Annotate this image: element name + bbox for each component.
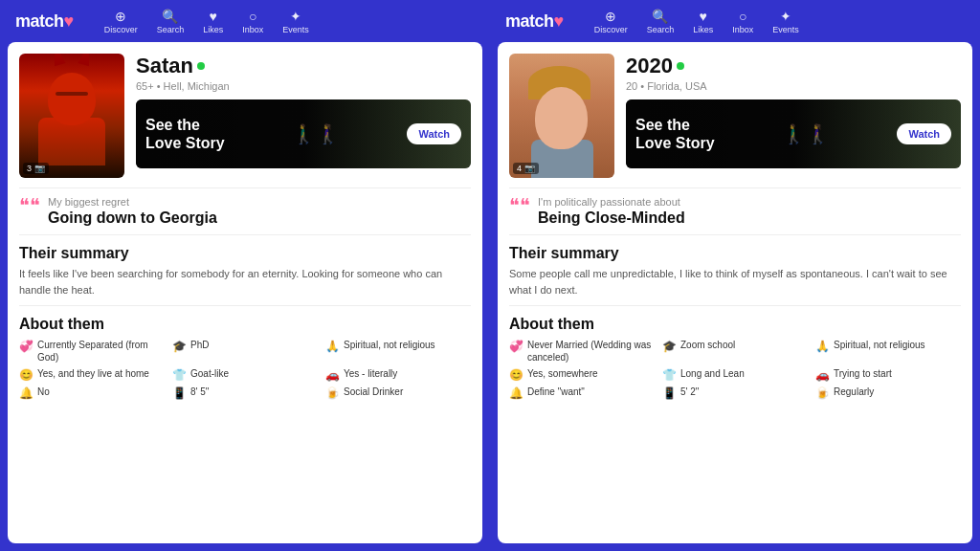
about-item-text: Yes, somewhere xyxy=(527,367,598,380)
logo-heart-icon: ♥ xyxy=(554,11,564,31)
about-item-text: Long and Lean xyxy=(680,367,745,380)
nav-bar: match♥⊕Discover🔍Search♥Likes○Inbox✦Event… xyxy=(490,0,980,42)
about-item-icon: 🍺 xyxy=(325,386,340,400)
prompt-label: My biggest regret xyxy=(48,196,217,208)
about-item-icon: 🙏 xyxy=(815,340,830,353)
profile-header: 3 📷 Satan65+ • Hell, MichiganSee theLove… xyxy=(19,54,471,178)
about-item: 👕Long and Lean xyxy=(662,367,808,382)
online-indicator xyxy=(197,62,205,70)
events-icon: ✦ xyxy=(290,9,301,24)
nav-item-search[interactable]: 🔍Search xyxy=(157,9,185,34)
profile-card: 4 📷 202020 • Florida, USASee theLove Sto… xyxy=(498,42,972,543)
nav-item-likes[interactable]: ♥Likes xyxy=(203,9,223,34)
love-story-banner[interactable]: See theLove Story🚶‍♂️🚶‍♀️Watch xyxy=(626,99,961,168)
prompt-answer: Going down to Georgia xyxy=(48,209,217,227)
quote-icon: ❝❝ xyxy=(509,196,530,215)
summary-title: Their summary xyxy=(509,245,961,262)
about-item-text: Goat-like xyxy=(190,367,229,380)
about-item-text: Define "want" xyxy=(527,386,585,398)
about-item: 📱5' 2" xyxy=(662,386,808,400)
discover-icon: ⊕ xyxy=(115,9,126,24)
love-story-text: See theLove Story xyxy=(145,116,225,152)
satan-horn-right xyxy=(78,54,94,66)
about-item-icon: 🎓 xyxy=(662,340,677,353)
about-item-text: Zoom school xyxy=(680,339,735,351)
nav-item-events[interactable]: ✦Events xyxy=(772,9,799,34)
about-item-icon: 🚗 xyxy=(815,368,830,382)
satan-photo-art xyxy=(19,54,124,178)
satan-horn-left xyxy=(49,54,65,66)
about-item-text: Yes, and they live at home xyxy=(37,367,149,380)
prompt-section: ❝❝I'm politically passionate aboutBeing … xyxy=(509,196,961,227)
about-item-icon: 💞 xyxy=(19,340,33,353)
about-item-text: 5' 2" xyxy=(680,386,699,398)
likes-icon: ♥ xyxy=(210,9,217,24)
prompt-answer: Being Close-Minded xyxy=(538,209,685,227)
watch-button[interactable]: Watch xyxy=(407,123,461,144)
about-item: 💞Currently Separated (from God) xyxy=(19,339,165,364)
divider-1 xyxy=(509,187,961,188)
profile-header: 4 📷 202020 • Florida, USASee theLove Sto… xyxy=(509,54,961,178)
about-item: 👕Goat-like xyxy=(172,367,318,382)
profile-photo[interactable]: 4 📷 xyxy=(509,54,614,178)
love-story-silhouette-icon: 🚶‍♂️🚶‍♀️ xyxy=(292,122,340,145)
about-item-icon: 📱 xyxy=(662,386,677,400)
panel-2020: match♥⊕Discover🔍Search♥Likes○Inbox✦Event… xyxy=(490,0,980,551)
about-item-text: Never Married (Wedding was canceled) xyxy=(527,339,655,364)
about-grid: 💞Currently Separated (from God)🎓PhD🙏Spir… xyxy=(19,339,471,400)
nav-item-search[interactable]: 🔍Search xyxy=(647,9,675,34)
nav-item-discover[interactable]: ⊕Discover xyxy=(104,9,138,34)
nav-item-events[interactable]: ✦Events xyxy=(282,9,309,34)
about-item: 🙏Spiritual, not religious xyxy=(325,339,471,364)
about-title: About them xyxy=(509,316,961,333)
about-item-text: Spiritual, not religious xyxy=(344,339,435,351)
inbox-icon: ○ xyxy=(739,9,746,24)
about-item: 🚗Trying to start xyxy=(815,367,961,382)
about-item-icon: 😊 xyxy=(19,368,33,382)
about-item-icon: 🔔 xyxy=(19,386,33,400)
profile-card: 3 📷 Satan65+ • Hell, MichiganSee theLove… xyxy=(8,42,482,543)
about-item-icon: 🙏 xyxy=(325,340,340,353)
about-item: 🔔No xyxy=(19,386,165,400)
inbox-icon: ○ xyxy=(249,9,256,24)
watch-button[interactable]: Watch xyxy=(897,123,951,144)
app-wrapper: match♥⊕Discover🔍Search♥Likes○Inbox✦Event… xyxy=(0,0,980,551)
about-grid: 💞Never Married (Wedding was canceled)🎓Zo… xyxy=(509,339,961,400)
prompt-label: I'm politically passionate about xyxy=(538,196,685,208)
photo-count: 4 📷 xyxy=(513,163,539,174)
about-item-text: No xyxy=(37,386,50,398)
divider-3 xyxy=(509,305,961,306)
nav-item-discover[interactable]: ⊕Discover xyxy=(594,9,628,34)
person-2020-photo xyxy=(509,54,614,178)
events-icon: ✦ xyxy=(780,9,791,24)
love-story-text: See theLove Story xyxy=(635,116,715,152)
about-item-icon: 👕 xyxy=(662,368,677,382)
about-item-icon: 🎓 xyxy=(172,340,187,353)
logo-heart-icon: ♥ xyxy=(64,11,74,31)
profile-info: Satan65+ • Hell, MichiganSee theLove Sto… xyxy=(136,54,471,178)
prompt-content: My biggest regretGoing down to Georgia xyxy=(48,196,217,227)
about-item: 📱8' 5" xyxy=(172,386,318,400)
about-item-text: Yes - literally xyxy=(344,367,397,380)
nav-item-inbox[interactable]: ○Inbox xyxy=(242,9,263,34)
divider-2 xyxy=(509,234,961,235)
logo: match♥ xyxy=(15,11,74,32)
divider-3 xyxy=(19,305,471,306)
about-item: 💞Never Married (Wedding was canceled) xyxy=(509,339,655,364)
nav-item-likes[interactable]: ♥Likes xyxy=(693,9,713,34)
prompt-section: ❝❝My biggest regretGoing down to Georgia xyxy=(19,196,471,227)
about-item-icon: 🚗 xyxy=(325,368,340,382)
summary-title: Their summary xyxy=(19,245,471,262)
about-item: 🔔Define "want" xyxy=(509,386,655,400)
about-item-text: Currently Separated (from God) xyxy=(37,339,165,364)
divider-2 xyxy=(19,234,471,235)
about-item: 🍺Social Drinker xyxy=(325,386,471,400)
about-item-text: 8' 5" xyxy=(190,386,209,398)
about-item: 🍺Regularly xyxy=(815,386,961,400)
love-story-banner[interactable]: See theLove Story🚶‍♂️🚶‍♀️Watch xyxy=(136,99,471,168)
profile-photo[interactable]: 3 📷 xyxy=(19,54,124,178)
nav-item-inbox[interactable]: ○Inbox xyxy=(732,9,753,34)
about-item-icon: 👕 xyxy=(172,368,187,382)
about-item-text: Social Drinker xyxy=(344,386,403,398)
prompt-content: I'm politically passionate aboutBeing Cl… xyxy=(538,196,685,227)
